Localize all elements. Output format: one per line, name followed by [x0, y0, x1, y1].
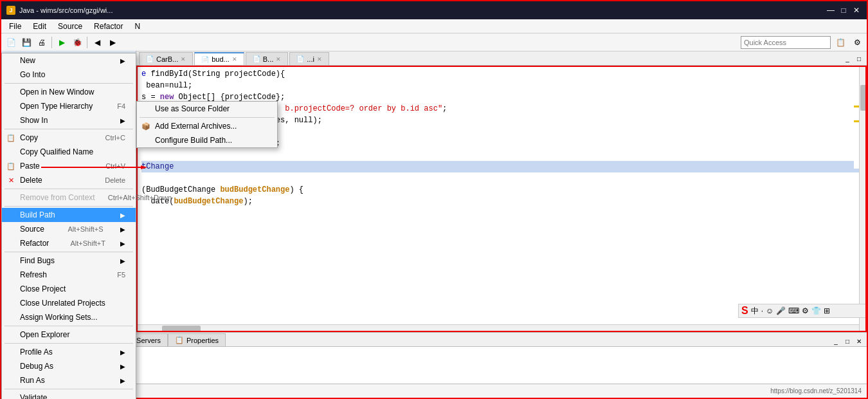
- new-button[interactable]: 📄: [4, 35, 18, 50]
- ctx-open-type-label: Open Type Hierarchy: [20, 102, 93, 111]
- forward-button[interactable]: ▶: [105, 35, 120, 50]
- build-path-submenu: Use as Source Folder 📦 Add External Arch…: [136, 101, 278, 148]
- menu-refactor[interactable]: Refactor: [89, 21, 128, 32]
- ctx-show-in[interactable]: Show In ▶: [2, 113, 136, 127]
- ime-dot-icon: ·: [761, 306, 763, 315]
- status-url: https://blog.csdn.net/z_5201314: [770, 387, 862, 394]
- editor-maximize-button[interactable]: □: [854, 53, 864, 64]
- maximize-button[interactable]: □: [838, 5, 849, 15]
- ctx-run-label: Run As: [20, 376, 45, 385]
- ctx-open-explorer[interactable]: Open Explorer: [2, 328, 136, 342]
- sub-configure-build[interactable]: Configure Build Path...: [137, 133, 277, 147]
- tab-carb-close[interactable]: ✕: [181, 56, 186, 62]
- ctx-profile-label: Profile As: [20, 348, 53, 357]
- main-window: J Java - wims/src/com/gzgi/wi... — □ ✕ F…: [0, 0, 868, 399]
- ctx-run-as[interactable]: Run As ▶: [2, 373, 136, 387]
- ctx-refresh-label: Refresh: [20, 270, 47, 279]
- code-line-10: [141, 172, 862, 184]
- quick-access-area: 📋 ⚙: [741, 35, 864, 50]
- sub-add-external-label: Add External Archives...: [155, 122, 237, 131]
- ctx-copy[interactable]: 📋 Copy Ctrl+C: [2, 131, 136, 145]
- perspectives-button[interactable]: 📋: [833, 35, 847, 50]
- close-button[interactable]: ✕: [851, 5, 862, 15]
- save-button[interactable]: 💾: [19, 35, 33, 50]
- horizontal-scrollbar[interactable]: [136, 324, 859, 332]
- code-line-1: e findById(String projectCode){: [141, 68, 862, 80]
- ctx-profile-as[interactable]: Profile As ▶: [2, 345, 136, 359]
- properties-icon: 📋: [175, 336, 184, 344]
- tab-bud-close[interactable]: ✕: [232, 56, 237, 62]
- ctx-close-unrelated[interactable]: Close Unrelated Projects: [2, 296, 136, 310]
- run-button[interactable]: ▶: [55, 35, 69, 50]
- ctx-refactor-label: Refactor: [20, 239, 49, 248]
- bottom-minimize-button[interactable]: _: [831, 336, 841, 346]
- editor-minimize-button[interactable]: _: [842, 53, 853, 64]
- ctx-source-arrow: ▶: [120, 226, 125, 233]
- ctx-new[interactable]: New ▶: [2, 53, 136, 68]
- ime-face-icon: ☺: [766, 306, 773, 315]
- ctx-debug-label: Debug As: [20, 362, 53, 371]
- vertical-scrollbar[interactable]: [859, 66, 867, 332]
- window-title: Java - wims/src/com/gzgi/wi...: [19, 6, 113, 14]
- sub-use-as-source[interactable]: Use as Source Folder: [137, 102, 277, 116]
- tab-i[interactable]: 📄 ...i ✕: [289, 52, 329, 65]
- print-button[interactable]: 🖨: [35, 35, 49, 50]
- ctx-refactor-shortcut: Alt+Shift+T: [70, 239, 105, 247]
- menu-navigate[interactable]: N: [129, 21, 145, 32]
- ctx-source[interactable]: Source Alt+Shift+S ▶: [2, 222, 136, 236]
- title-bar: J Java - wims/src/com/gzgi/wi... — □ ✕: [1, 1, 867, 19]
- tab-b-close[interactable]: ✕: [276, 56, 281, 62]
- menu-file[interactable]: File: [4, 21, 26, 32]
- bottom-maximize-button[interactable]: □: [842, 336, 853, 346]
- tab-properties[interactable]: 📋 Properties: [168, 333, 226, 346]
- tab-i-close[interactable]: ✕: [317, 56, 322, 62]
- code-line-2: bean=null;: [141, 80, 862, 91]
- tab-carb[interactable]: 📄 CarB... ✕: [139, 52, 193, 65]
- h-scrollbar-thumb[interactable]: [162, 326, 201, 332]
- ctx-remove-context-label: Remove from Context: [20, 193, 95, 202]
- ctx-go-into[interactable]: Go Into: [2, 68, 136, 82]
- ctx-close-project[interactable]: Close Project: [2, 282, 136, 296]
- settings-icon[interactable]: ⚙: [850, 35, 864, 50]
- ctx-open-type-hierarchy[interactable]: Open Type Hierarchy F4: [2, 99, 136, 113]
- ctx-assign-working-sets[interactable]: Assign Working Sets...: [2, 310, 136, 324]
- ctx-find-bugs[interactable]: Find Bugs ▶: [2, 254, 136, 268]
- menu-source[interactable]: Source: [53, 21, 87, 32]
- tab-b[interactable]: 📄 B... ✕: [246, 52, 289, 65]
- ctx-copy-label: Copy: [20, 133, 38, 142]
- ctx-validate[interactable]: Validate: [2, 391, 136, 399]
- delete-icon: ✕: [6, 175, 16, 185]
- context-menu: New ▶ Go Into Open in New Window Open Ty…: [1, 53, 136, 399]
- tab-carb-label: CarB...: [156, 55, 178, 63]
- ctx-delete-label: Delete: [20, 176, 42, 185]
- ctx-go-into-label: Go Into: [20, 70, 45, 79]
- code-line-11: (BudBudgetChange budBudgetChange) {: [141, 184, 862, 196]
- ctx-refresh[interactable]: Refresh F5: [2, 268, 136, 282]
- debug-button[interactable]: 🐞: [70, 35, 84, 50]
- ctx-copy-shortcut: Ctrl+C: [105, 134, 125, 142]
- gutter-marker-2: [854, 120, 859, 122]
- minimize-button[interactable]: —: [826, 5, 836, 15]
- sub-use-as-source-label: Use as Source Folder: [155, 104, 230, 113]
- back-button[interactable]: ◀: [90, 35, 104, 50]
- ctx-refactor[interactable]: Refactor Alt+Shift+T ▶: [2, 236, 136, 250]
- tab-bud[interactable]: 📄 bud... ✕: [194, 52, 244, 65]
- quick-access-input[interactable]: [741, 36, 831, 49]
- sub-add-external[interactable]: 📦 Add External Archives...: [137, 119, 277, 133]
- ctx-build-path[interactable]: Build Path ▶: [2, 208, 136, 222]
- ctx-paste-label: Paste: [20, 162, 40, 171]
- app-icon: J: [6, 6, 15, 15]
- ctx-debug-as[interactable]: Debug As ▶: [2, 359, 136, 373]
- ctx-open-new-window[interactable]: Open in New Window: [2, 85, 136, 99]
- ctx-delete[interactable]: ✕ Delete Delete: [2, 173, 136, 187]
- scrollbar-thumb[interactable]: [860, 85, 867, 111]
- bottom-close-button[interactable]: ✕: [854, 336, 864, 346]
- menu-edit[interactable]: Edit: [28, 21, 51, 32]
- ctx-close-project-label: Close Project: [20, 284, 66, 293]
- ime-keyboard-icon: ⌨: [788, 306, 799, 315]
- ctx-copy-qualified[interactable]: Copy Qualified Name: [2, 145, 136, 159]
- tab-b-label: B...: [263, 55, 274, 63]
- ctx-validate-label: Validate: [20, 393, 47, 399]
- bottom-panel-controls: _ □ ✕: [828, 336, 867, 346]
- ctx-remove-context: Remove from Context Ctrl+Alt+Shift+Down: [2, 190, 136, 205]
